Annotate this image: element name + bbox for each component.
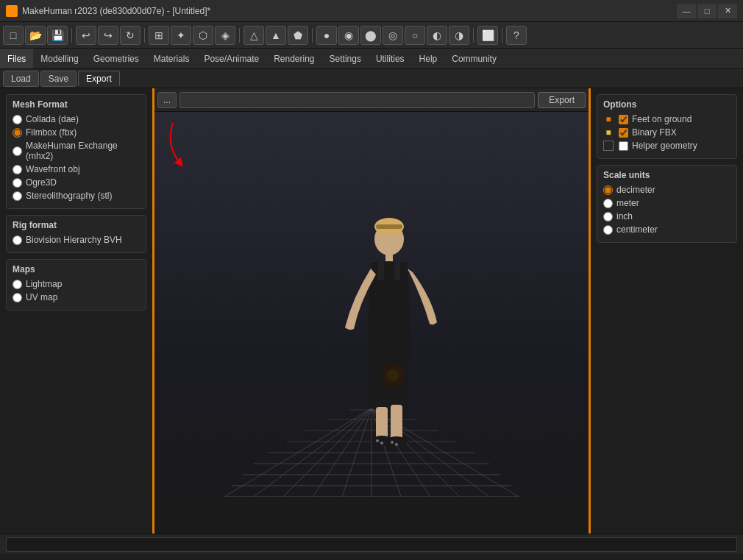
viewport-toolbar: ... Export <box>154 88 589 112</box>
menu-pose-animate[interactable]: Pose/Animate <box>196 49 266 68</box>
options-section: Options ■ Feet on ground ■ Binary FBX He… <box>597 94 737 159</box>
menu-help[interactable]: Help <box>412 49 445 68</box>
radio-uvmap[interactable]: UV map <box>13 292 140 302</box>
maximize-button[interactable]: □ <box>697 4 717 18</box>
toolbar-sep4 <box>312 28 313 43</box>
rig-format-section: Rig format Biovision Hierarchy BVH <box>6 215 146 253</box>
status-input[interactable] <box>6 537 737 552</box>
app-icon <box>6 5 18 17</box>
path-input[interactable] <box>179 92 535 108</box>
load-button[interactable]: Load <box>3 71 39 87</box>
maps-title: Maps <box>13 264 140 274</box>
toolbar-view2[interactable]: ✦ <box>171 26 191 45</box>
toolbar-sep2 <box>144 28 145 43</box>
scene-background <box>154 112 589 534</box>
menu-community[interactable]: Community <box>444 49 504 68</box>
toolbar-open[interactable]: 📂 <box>25 26 46 45</box>
menubar: Files Modelling Geometries Materials Pos… <box>0 49 743 69</box>
left-panel: Mesh Format Collada (dae) Filmbox (fbx) … <box>0 88 154 534</box>
menu-modelling[interactable]: Modelling <box>33 49 85 68</box>
menu-rendering[interactable]: Rendering <box>266 49 321 68</box>
toolbar-cam[interactable]: ⬜ <box>477 26 498 45</box>
toolbar-sep1 <box>71 28 72 43</box>
toolbar-redo[interactable]: ↪ <box>98 26 118 45</box>
radio-bvh[interactable]: Biovision Hierarchy BVH <box>13 235 140 245</box>
export-action-button[interactable]: Export <box>538 92 586 108</box>
toolbar-view4[interactable]: ◈ <box>215 26 235 45</box>
scale-units-section: Scale units decimeter meter inch centime… <box>597 165 737 243</box>
toolbar: □ 📂 💾 ↩ ↪ ↻ ⊞ ✦ ⬡ ◈ △ ▲ ⬟ ● ◉ ⬤ ◎ ○ ◐ ◑ … <box>0 22 743 49</box>
radio-meter[interactable]: meter <box>603 198 730 208</box>
toolbar-shape2[interactable]: ▲ <box>266 26 286 45</box>
main-content: Mesh Format Collada (dae) Filmbox (fbx) … <box>0 88 743 534</box>
menu-files[interactable]: Files <box>0 49 33 68</box>
radio-collada[interactable]: Collada (dae) <box>13 114 140 124</box>
mesh-format-section: Mesh Format Collada (dae) Filmbox (fbx) … <box>6 94 146 209</box>
toolbar-save[interactable]: 💾 <box>47 26 68 45</box>
radio-mhx2[interactable]: MakeHuman Exchange (mhx2) <box>13 141 140 161</box>
menu-utilities[interactable]: Utilities <box>369 49 412 68</box>
toolbar-orb5[interactable]: ◑ <box>449 26 469 45</box>
toolbar-view3[interactable]: ⬡ <box>193 26 213 45</box>
radio-inch[interactable]: inch <box>603 211 730 221</box>
character-figure <box>323 180 455 460</box>
helper-icon <box>603 141 614 151</box>
radio-stl[interactable]: Stereolithography (stl) <box>13 191 140 201</box>
toolbar-shape1[interactable]: △ <box>243 26 264 45</box>
toolbar-orb3[interactable]: ○ <box>405 26 425 45</box>
maps-section: Maps Lightmap UV map <box>6 259 146 311</box>
menu-geometries[interactable]: Geometries <box>86 49 146 68</box>
svg-rect-28 <box>376 407 388 440</box>
svg-rect-25 <box>394 261 400 280</box>
svg-point-32 <box>376 439 379 442</box>
option-binary-fbx[interactable]: ■ Binary FBX <box>603 127 730 138</box>
toolbar-sphere2[interactable]: ◉ <box>338 26 359 45</box>
statusbar <box>0 534 743 554</box>
toolbar-orb[interactable]: ⬤ <box>360 26 381 45</box>
toolbar-view1[interactable]: ⊞ <box>149 26 169 45</box>
radio-obj[interactable]: Wavefront obj <box>13 164 140 174</box>
titlebar-title: MakeHuman r2023 (de830d00d07e) - [Untitl… <box>22 6 210 16</box>
toolbar-new[interactable]: □ <box>3 26 24 45</box>
right-panel: Options ■ Feet on ground ■ Binary FBX He… <box>589 88 743 534</box>
toolbar-undo[interactable]: ↩ <box>76 26 96 45</box>
rig-format-title: Rig format <box>13 220 140 230</box>
options-title: Options <box>603 99 730 110</box>
radio-fbx[interactable]: Filmbox (fbx) <box>13 127 140 138</box>
toolbar-sep3 <box>239 28 240 43</box>
svg-rect-24 <box>378 261 384 280</box>
titlebar-left: MakeHuman r2023 (de830d00d07e) - [Untitl… <box>6 5 210 17</box>
svg-rect-29 <box>391 405 402 440</box>
scale-units-title: Scale units <box>603 170 730 180</box>
toolbar-sphere[interactable]: ● <box>316 26 337 45</box>
toolbar-help[interactable]: ? <box>506 26 527 45</box>
menu-materials[interactable]: Materials <box>146 49 197 68</box>
toolbar-orb2[interactable]: ◎ <box>383 26 403 45</box>
minimize-button[interactable]: — <box>677 4 696 18</box>
export-button[interactable]: Export <box>78 71 120 87</box>
svg-point-34 <box>391 441 394 444</box>
radio-ogre3d[interactable]: Ogre3D <box>13 177 140 188</box>
toolbar-shape3[interactable]: ⬟ <box>288 26 308 45</box>
toolbar-orb4[interactable]: ◐ <box>427 26 447 45</box>
binary-fbx-icon: ■ <box>603 127 614 138</box>
viewport-canvas[interactable] <box>154 112 589 534</box>
close-button[interactable]: ✕ <box>718 4 737 18</box>
toolbar-refresh[interactable]: ↻ <box>120 26 141 45</box>
option-feet-on-ground[interactable]: ■ Feet on ground <box>603 114 730 124</box>
viewport: ... Export <box>154 88 589 534</box>
radio-lightmap[interactable]: Lightmap <box>13 279 140 289</box>
ellipsis-button[interactable]: ... <box>157 92 177 108</box>
radio-centimeter[interactable]: centimeter <box>603 224 730 235</box>
toolbar-sep6 <box>502 28 502 43</box>
svg-rect-22 <box>376 224 402 229</box>
mesh-format-title: Mesh Format <box>13 99 140 110</box>
save-button[interactable]: Save <box>40 71 77 87</box>
menu-settings[interactable]: Settings <box>322 49 369 68</box>
feet-icon: ■ <box>603 114 614 124</box>
svg-point-33 <box>380 442 383 444</box>
option-helper-geometry[interactable]: Helper geometry <box>603 141 730 151</box>
toolbar-sep5 <box>473 28 474 43</box>
radio-decimeter[interactable]: decimeter <box>603 185 730 195</box>
svg-point-35 <box>395 443 398 446</box>
